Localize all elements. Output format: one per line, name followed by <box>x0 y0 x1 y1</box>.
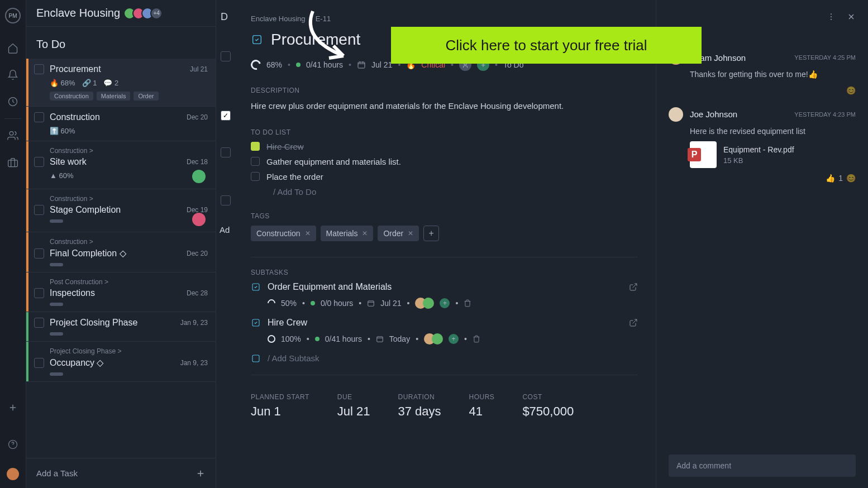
subtask[interactable]: Hire Crew 100%•0/41 hours•Today•+• <box>251 318 638 345</box>
notifications-icon[interactable] <box>7 69 18 80</box>
task-detail: Enclave Housing / E-11 Procurement Done … <box>233 0 656 488</box>
app-logo[interactable]: PM <box>5 8 21 23</box>
promo-banner[interactable]: Click here to start your free trial <box>391 27 702 64</box>
todo-item[interactable]: Hire Crew <box>251 142 638 151</box>
svg-point-12 <box>831 13 832 15</box>
attachment[interactable]: PEquipment - Rev.pdf15 KB <box>690 141 856 168</box>
section-title: To Do <box>26 27 216 59</box>
nav-rail: PM <box>0 0 26 488</box>
clock-icon[interactable] <box>7 96 18 107</box>
tag-chip[interactable]: Materials ✕ <box>321 226 374 241</box>
svg-rect-8 <box>368 300 374 305</box>
project-avatars[interactable]: +4 <box>127 7 163 20</box>
help-icon[interactable] <box>7 439 18 450</box>
comment: Joe JohnsonYESTERDAY 4:23 PMHere is the … <box>669 107 856 183</box>
description[interactable]: Hire crew plus order equipment and mater… <box>251 100 638 113</box>
more-icon[interactable] <box>827 12 836 21</box>
todo-item[interactable]: Place the order <box>251 172 638 181</box>
open-subtask-icon <box>629 318 638 327</box>
svg-point-1 <box>9 132 13 136</box>
task-card[interactable]: Post Construction >InspectionsDec 28 <box>26 272 216 312</box>
stat: HOURS41 <box>469 393 495 419</box>
people-icon[interactable] <box>7 130 18 141</box>
task-card[interactable]: Project Closing PhaseJan 9, 23 <box>26 312 216 342</box>
task-card[interactable]: Project Closing Phase >Occupancy ◇Jan 9,… <box>26 342 216 382</box>
plus-icon[interactable] <box>7 402 18 413</box>
user-avatar[interactable] <box>7 468 19 480</box>
secondary-column: D ✓ Ad <box>216 0 233 488</box>
stat: COST$750,000 <box>522 393 574 419</box>
comments-panel: Adam JohnsonYESTERDAY 4:25 PMThanks for … <box>656 0 868 488</box>
svg-rect-10 <box>377 336 383 341</box>
tag-chip[interactable]: Order ✕ <box>378 226 419 241</box>
add-todo[interactable]: / Add To Do <box>251 187 638 197</box>
stat: PLANNED STARTJun 1 <box>251 393 309 419</box>
add-task[interactable]: Add a Task <box>26 458 216 488</box>
task-card[interactable]: ProcurementJul 21🔥 68%🔗 1💬 2Construction… <box>26 59 216 107</box>
subtask[interactable]: Order Equipment and Materials 50%•0/0 ho… <box>251 282 638 309</box>
stat: DURATION37 days <box>398 393 441 419</box>
promo-arrow <box>296 6 374 73</box>
project-title: Enclave Housing <box>36 7 120 20</box>
svg-point-14 <box>831 19 832 20</box>
briefcase-icon[interactable] <box>7 157 18 168</box>
svg-rect-11 <box>252 355 259 362</box>
add-tag-button[interactable]: + <box>423 226 439 241</box>
close-icon[interactable] <box>847 12 856 21</box>
home-icon[interactable] <box>7 42 18 54</box>
todo-item[interactable]: Gather equipment and materials list. <box>251 157 638 166</box>
task-card[interactable]: Construction >Final Completion ◇Dec 20 <box>26 232 216 272</box>
progress-ring-icon <box>249 58 263 72</box>
svg-point-13 <box>831 16 832 17</box>
task-card[interactable]: Construction >Site workDec 18▲ 60% <box>26 141 216 189</box>
svg-rect-2 <box>8 160 18 167</box>
task-panel: Enclave Housing +4 To Do ProcurementJul … <box>26 0 216 488</box>
task-card[interactable]: Construction >Stage CompletionDec 19 <box>26 189 216 232</box>
task-card[interactable]: ConstructionDec 20⬆️ 60% <box>26 107 216 141</box>
trash-icon <box>473 335 480 343</box>
add-comment-input[interactable]: Add a comment <box>669 454 856 477</box>
open-subtask-icon <box>629 283 638 291</box>
tag-chip[interactable]: Construction ✕ <box>251 226 316 241</box>
trash-icon <box>464 299 471 307</box>
task-icon <box>251 34 263 46</box>
stat: DUEJul 21 <box>337 393 370 419</box>
add-subtask[interactable]: / Add Subtask <box>251 353 638 363</box>
